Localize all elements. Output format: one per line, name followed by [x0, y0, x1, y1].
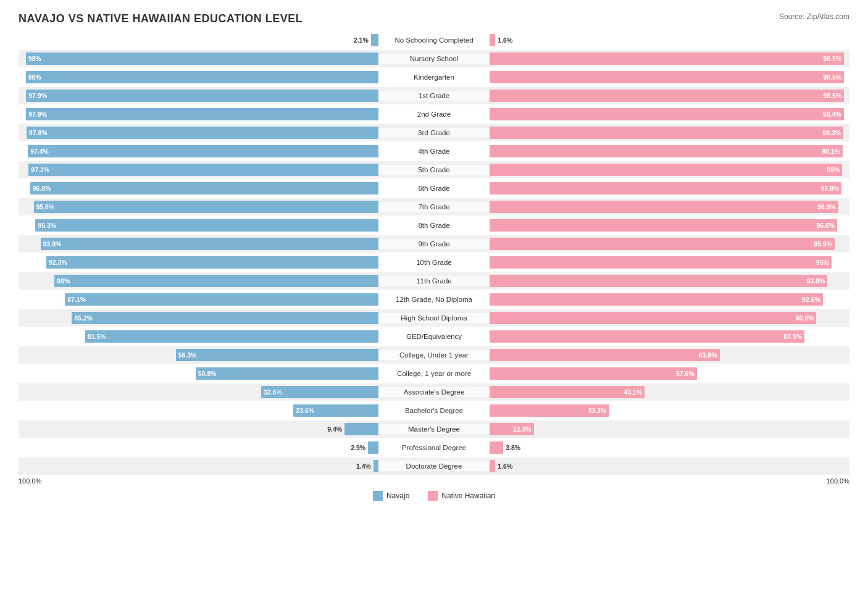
legend-native-hawaiian-label: Native Hawaiian [441, 491, 495, 500]
navajo-bar: 98% [26, 71, 378, 83]
navajo-bar: 97.2% [28, 164, 378, 176]
native-hawaiian-bar-container: 96.6% [490, 217, 849, 234]
native-hawaiian-bar: 63.9% [490, 349, 720, 361]
navajo-bar-container: 50.8% [19, 365, 378, 382]
navajo-bar-container: 90% [19, 272, 378, 290]
native-hawaiian-bar: 98.5% [490, 90, 844, 102]
navajo-bar: 97.4% [28, 145, 378, 157]
navajo-bar: 50.8% [196, 367, 378, 380]
native-hawaiian-bar: 98.1% [490, 145, 843, 157]
native-hawaiian-value: 57.6% [676, 370, 695, 377]
bottom-left-label: 100.0% [19, 477, 41, 485]
native-hawaiian-value: 63.9% [699, 351, 717, 359]
native-hawaiian-value: 93.9% [807, 277, 825, 285]
bar-row: 93.9%9th Grade95.9% [19, 235, 849, 253]
native-hawaiian-value: 87.5% [783, 333, 802, 340]
native-hawaiian-value-outside: 1.6% [498, 36, 512, 44]
navajo-bar-container: 95.8% [19, 198, 378, 215]
native-hawaiian-value: 98% [827, 166, 840, 173]
native-hawaiian-bar: 95% [490, 256, 832, 269]
navajo-bar-container: 85.2% [19, 309, 378, 327]
native-hawaiian-value-outside: 3.8% [506, 444, 520, 451]
navajo-bar: 90% [54, 275, 378, 287]
bar-row: 96.8%6th Grade97.8% [19, 180, 849, 197]
native-hawaiian-bar: 95.9% [490, 238, 835, 250]
navajo-bar-container: 1.4% [19, 458, 378, 475]
navajo-value: 95.8% [36, 203, 55, 211]
education-level-label: 7th Grade [378, 202, 490, 212]
education-level-label: 9th Grade [378, 239, 490, 249]
education-level-label: No Schooling Completed [378, 35, 490, 45]
native-hawaiian-value: 43.1% [624, 388, 642, 396]
chart-title: NAVAJO VS NATIVE HAWAIIAN EDUCATION LEVE… [19, 12, 849, 25]
education-level-label: 3rd Grade [378, 128, 490, 138]
navajo-bar: 23.6% [293, 404, 378, 417]
education-level-label: 2nd Grade [378, 109, 490, 119]
navajo-bar-container: 81.5% [19, 328, 378, 345]
legend: Navajo Native Hawaiian [19, 491, 849, 501]
native-hawaiian-bar-container: 3.8% [490, 439, 849, 456]
legend-native-hawaiian-box [428, 491, 438, 501]
navajo-bar: 56.3% [176, 349, 378, 361]
education-level-label: Doctorate Degree [378, 461, 490, 471]
native-hawaiian-value: 97.8% [820, 185, 839, 192]
native-hawaiian-value: 98.3% [822, 129, 841, 136]
navajo-value: 98% [28, 73, 41, 81]
native-hawaiian-bar-container: 12.3% [490, 420, 849, 438]
legend-navajo-box [373, 491, 383, 501]
source-text: Source: ZipAtlas.com [779, 12, 849, 21]
native-hawaiian-bar [490, 34, 495, 46]
navajo-bar [344, 423, 378, 435]
chart-container: NAVAJO VS NATIVE HAWAIIAN EDUCATION LEVE… [0, 0, 868, 602]
navajo-bar-container: 92.3% [19, 254, 378, 271]
native-hawaiian-bar: 98.3% [490, 127, 843, 139]
native-hawaiian-bar: 12.3% [490, 423, 534, 435]
navajo-bar-container: 97.4% [19, 143, 378, 160]
bar-row: 87.1%12th Grade, No Diploma92.6% [19, 291, 849, 308]
bottom-right-label: 100.0% [827, 477, 849, 485]
native-hawaiian-bar: 33.2% [490, 404, 609, 417]
native-hawaiian-value: 98.1% [822, 148, 840, 155]
bar-row: 97.9%1st Grade98.5% [19, 87, 849, 104]
navajo-bar [371, 34, 378, 46]
navajo-bar: 95.8% [34, 201, 379, 213]
bar-row: 56.3%College, Under 1 year63.9% [19, 346, 849, 364]
bar-row: 97.9%2nd Grade98.4% [19, 106, 849, 123]
native-hawaiian-value: 98.4% [823, 111, 841, 118]
native-hawaiian-bar: 87.5% [490, 330, 804, 343]
education-level-label: College, 1 year or more [378, 369, 490, 378]
native-hawaiian-bar: 93.9% [490, 275, 827, 287]
bar-row: 1.4%Doctorate Degree1.6% [19, 458, 849, 475]
bar-row: 85.2%High School Diploma90.8% [19, 309, 849, 327]
navajo-value: 97.9% [28, 111, 47, 118]
native-hawaiian-bar: 98.4% [490, 108, 844, 120]
native-hawaiian-bar [490, 460, 495, 472]
navajo-value: 97.8% [29, 129, 48, 136]
navajo-bar-container: 97.2% [19, 161, 378, 178]
navajo-bar: 32.6% [261, 386, 378, 398]
navajo-value-outside: 1.4% [356, 462, 371, 470]
native-hawaiian-value: 98.5% [823, 55, 841, 62]
bottom-labels: 100.0% 100.0% [19, 477, 849, 485]
navajo-bar-container: 23.6% [19, 402, 378, 419]
native-hawaiian-bar: 92.6% [490, 293, 823, 306]
navajo-value-outside: 2.9% [351, 444, 365, 451]
native-hawaiian-bar: 90.8% [490, 312, 816, 324]
native-hawaiian-bar-container: 33.2% [490, 402, 849, 419]
bar-row: 95.8%7th Grade96.9% [19, 198, 849, 215]
navajo-value: 90% [57, 277, 70, 285]
navajo-value: 81.5% [88, 333, 106, 340]
education-level-label: 11th Grade [378, 276, 490, 286]
bar-row: 2.1%No Schooling Completed1.6% [19, 31, 849, 49]
education-level-label: Kindergarten [378, 72, 490, 82]
bar-row: 95.3%8th Grade96.6% [19, 217, 849, 234]
bar-row: 92.3%10th Grade95% [19, 254, 849, 271]
native-hawaiian-bar-container: 92.6% [490, 291, 849, 308]
native-hawaiian-bar-container: 1.6% [490, 31, 849, 49]
navajo-value: 56.3% [178, 351, 197, 359]
navajo-bar-container: 98% [19, 50, 378, 67]
native-hawaiian-bar-container: 98.5% [490, 69, 849, 86]
education-level-label: Bachelor's Degree [378, 406, 490, 416]
navajo-bar: 87.1% [65, 293, 378, 306]
native-hawaiian-bar-container: 98% [490, 161, 849, 178]
